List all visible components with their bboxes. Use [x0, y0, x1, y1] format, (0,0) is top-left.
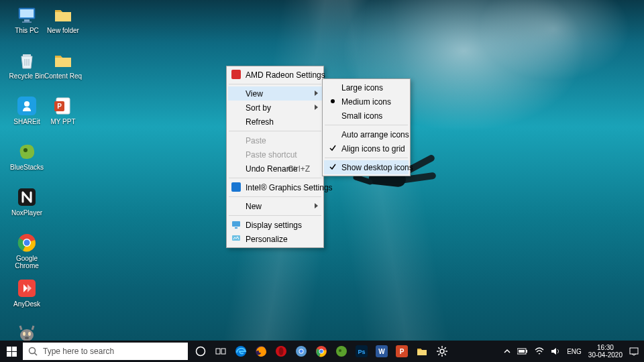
desktop-context-menu: AMD Radeon Settings View Sort by Refresh… — [226, 66, 324, 248]
intel-icon — [231, 182, 241, 192]
folder-icon — [52, 4, 74, 25]
menu-intel-graphics[interactable]: Intel® Graphics Settings — [228, 180, 322, 194]
taskbar-explorer[interactable] — [413, 341, 431, 362]
menu-label: Align icons to grid — [341, 144, 405, 154]
cortana-button[interactable] — [192, 341, 209, 362]
desktop-icon-noxplayer[interactable]: NoxPlayer — [4, 186, 50, 225]
desktop-icon-bluestacks[interactable]: BlueStacks — [4, 141, 50, 180]
svg-point-30 — [30, 348, 36, 354]
svg-line-61 — [445, 347, 446, 349]
taskbar-opera[interactable] — [272, 341, 290, 362]
menu-shortcut: Ctrl+Z — [288, 164, 310, 174]
check-icon — [329, 145, 336, 152]
windows-icon — [7, 347, 17, 357]
submenu-arrow-icon — [315, 90, 318, 96]
svg-point-25 — [331, 99, 335, 103]
svg-rect-34 — [221, 349, 225, 354]
desktop-icon-label: SHAREit — [13, 118, 40, 125]
svg-rect-64 — [519, 350, 525, 353]
tray-volume-icon[interactable] — [551, 347, 560, 355]
submenu-align-grid[interactable]: Align icons to grid — [324, 141, 409, 156]
menu-separator — [229, 215, 321, 216]
taskbar-edge[interactable] — [232, 341, 250, 362]
menu-personalize[interactable]: Personalize — [228, 232, 322, 246]
desktop-icon-label: MY PPT — [50, 118, 75, 125]
svg-point-14 — [23, 332, 25, 336]
desktop-icons-col2: New folder Content Req P MY PPT — [40, 4, 86, 134]
svg-rect-65 — [630, 348, 638, 354]
desktop-icon-my-ppt[interactable]: P MY PPT — [40, 95, 86, 134]
folder-icon — [52, 50, 74, 71]
menu-label: Paste shortcut — [246, 150, 297, 160]
svg-point-38 — [279, 347, 284, 355]
search-placeholder: Type here to search — [43, 347, 114, 356]
desktop-icon-label: Recycle Bin — [9, 72, 45, 80]
menu-view[interactable]: View — [228, 86, 322, 101]
start-button[interactable] — [0, 341, 23, 362]
svg-rect-1 — [20, 9, 34, 17]
submenu-show-desktop-icons[interactable]: Show desktop icons — [324, 160, 409, 174]
submenu-small-icons[interactable]: Small icons — [324, 109, 409, 123]
menu-new[interactable]: New — [228, 199, 322, 213]
menu-label: Intel® Graphics Settings — [246, 183, 333, 192]
menu-label: New — [246, 202, 262, 211]
menu-label: View — [246, 89, 263, 99]
noxplayer-icon — [16, 186, 38, 208]
svg-point-7 — [23, 148, 28, 152]
taskbar-powerpoint[interactable]: P — [393, 341, 411, 362]
tray-battery-icon[interactable] — [517, 348, 528, 355]
taskbar-pinned: Ps W P — [192, 341, 451, 362]
taskbar-word[interactable]: W — [373, 341, 390, 362]
desktop-icon-new-folder[interactable]: New folder — [40, 4, 86, 43]
submenu-medium-icons[interactable]: Medium icons — [324, 95, 409, 109]
desktop-icon-label: Content Req — [44, 72, 82, 80]
menu-label: AMD Radeon Settings — [246, 70, 325, 80]
svg-point-11 — [24, 240, 30, 246]
desktop-icon-chrome[interactable]: Google Chrome — [4, 232, 50, 271]
desktop-icon-label: AnyDesk — [13, 300, 40, 308]
desktop-icon-anydesk[interactable]: AnyDesk — [4, 278, 50, 316]
taskbar-chromium[interactable] — [292, 341, 310, 362]
menu-label: Small icons — [341, 111, 382, 121]
svg-point-13 — [20, 329, 34, 341]
submenu-arrow-icon — [315, 203, 318, 208]
svg-line-59 — [445, 354, 446, 355]
desktop-icon-label: NoxPlayer — [11, 209, 42, 217]
menu-paste-shortcut: Paste shortcut — [228, 147, 322, 162]
desktop[interactable]: This PC Recycle Bin SHAREit BlueStacks N… — [0, 0, 644, 362]
menu-label: Personalize — [246, 235, 288, 244]
menu-separator — [325, 158, 408, 158]
desktop-icon-label: New folder — [47, 27, 79, 34]
taskbar-app-green[interactable] — [333, 341, 350, 362]
svg-line-58 — [438, 347, 439, 349]
svg-point-16 — [25, 337, 29, 339]
menu-separator — [229, 178, 321, 178]
svg-rect-27 — [12, 347, 17, 351]
menu-undo-rename[interactable]: Undo Rename Ctrl+Z — [228, 162, 322, 176]
tray-chevron-icon[interactable] — [504, 348, 511, 355]
svg-rect-22 — [232, 221, 240, 227]
taskbar-chrome[interactable] — [313, 341, 330, 362]
taskbar-photoshop[interactable]: Ps — [353, 341, 370, 362]
menu-amd-radeon[interactable]: AMD Radeon Settings — [228, 68, 322, 82]
search-box[interactable]: Type here to search — [23, 343, 188, 360]
menu-label: Large icons — [341, 83, 383, 93]
menu-display-settings[interactable]: Display settings — [228, 218, 322, 232]
taskbar-settings[interactable] — [433, 341, 451, 362]
taskbar-firefox[interactable] — [252, 341, 270, 362]
tray-language[interactable]: ENG — [567, 348, 582, 355]
submenu-auto-arrange[interactable]: Auto arrange icons — [324, 127, 409, 141]
task-view-button[interactable] — [212, 341, 229, 362]
menu-separator — [229, 131, 321, 131]
svg-rect-26 — [7, 347, 11, 351]
svg-point-15 — [28, 332, 31, 336]
menu-refresh[interactable]: Refresh — [228, 115, 322, 129]
menu-label: Auto arrange icons — [341, 130, 409, 139]
submenu-large-icons[interactable]: Large icons — [324, 80, 409, 95]
tray-wifi-icon[interactable] — [535, 347, 544, 355]
desktop-icon-content-req[interactable]: Content Req — [40, 50, 86, 88]
menu-sort-by[interactable]: Sort by — [228, 101, 322, 115]
svg-line-31 — [35, 353, 38, 356]
tray-notifications-icon[interactable] — [629, 347, 639, 356]
tray-clock[interactable]: 16:30 30-04-2020 — [588, 344, 623, 359]
